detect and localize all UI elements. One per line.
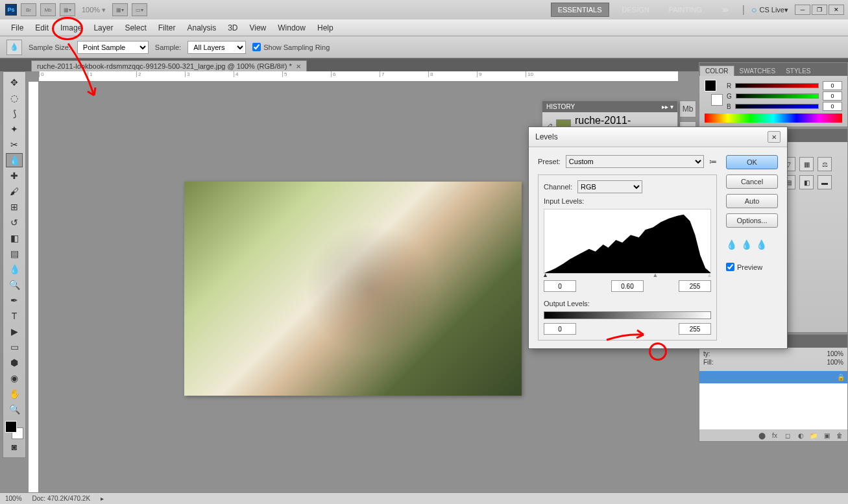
mask-icon[interactable]: ◻ bbox=[782, 431, 793, 440]
b-slider[interactable] bbox=[735, 104, 819, 109]
threshold-icon[interactable]: ◧ bbox=[799, 175, 814, 189]
status-zoom[interactable]: 100% bbox=[5, 495, 22, 502]
menu-edit[interactable]: Edit bbox=[29, 21, 55, 35]
history-panel-menu-icon[interactable]: ▸▸ ▾ bbox=[662, 103, 673, 110]
bg-swatch[interactable] bbox=[711, 94, 723, 106]
trash-icon[interactable]: 🗑 bbox=[834, 431, 845, 440]
fx-icon[interactable]: fx bbox=[769, 431, 780, 440]
layer-row-background[interactable]: 🔒 bbox=[699, 371, 847, 383]
dialog-close-icon[interactable]: ✕ bbox=[768, 131, 781, 143]
input-white[interactable] bbox=[679, 280, 711, 292]
colorbal-icon[interactable]: ⚖ bbox=[818, 157, 832, 171]
spectrum-picker[interactable] bbox=[705, 114, 842, 123]
white-slider[interactable]: ▲ bbox=[707, 272, 712, 278]
hand-tool[interactable]: ✋ bbox=[6, 387, 23, 401]
opacity-value[interactable]: 100% bbox=[827, 350, 843, 357]
menu-view[interactable]: View bbox=[243, 21, 272, 35]
black-slider[interactable]: ▲ bbox=[542, 272, 548, 278]
sample-select[interactable]: All Layers bbox=[188, 41, 246, 54]
status-arrow-icon[interactable]: ▸ bbox=[101, 495, 104, 502]
menu-window[interactable]: Window bbox=[272, 21, 311, 35]
document-canvas[interactable] bbox=[184, 182, 522, 396]
gamma-slider[interactable]: ▲ bbox=[652, 272, 658, 278]
r-slider[interactable] bbox=[735, 83, 819, 88]
move-tool[interactable]: ✥ bbox=[6, 75, 23, 90]
show-sampling-ring-checkbox[interactable]: Show Sampling Ring bbox=[252, 43, 330, 51]
g-slider[interactable] bbox=[736, 93, 819, 99]
dodge-tool[interactable]: 🔍 bbox=[6, 278, 23, 292]
preset-select[interactable]: Custom bbox=[566, 155, 704, 168]
white-eyedropper-icon[interactable]: 💧 bbox=[756, 239, 767, 250]
quick-mask-toggle[interactable]: ◙ bbox=[6, 440, 23, 454]
quick-select-tool[interactable]: ✦ bbox=[6, 122, 23, 136]
sample-size-select[interactable]: Point Sample bbox=[77, 41, 149, 54]
histogram[interactable]: ▲ ▲ ▲ bbox=[544, 209, 711, 274]
adj-icon[interactable]: ◐ bbox=[795, 431, 806, 440]
menu-layer[interactable]: Layer bbox=[88, 21, 119, 35]
status-doc-size[interactable]: Doc: 470.2K/470.2K bbox=[32, 495, 91, 502]
channel-select[interactable]: RGB bbox=[577, 180, 642, 193]
gray-eyedropper-icon[interactable]: 💧 bbox=[741, 239, 752, 250]
output-white[interactable] bbox=[679, 323, 711, 335]
healing-tool[interactable]: ✚ bbox=[6, 169, 23, 183]
options-button[interactable]: Options... bbox=[726, 213, 778, 228]
brush-tool[interactable]: 🖌 bbox=[6, 184, 23, 198]
3d-camera-tool[interactable]: ◉ bbox=[6, 371, 23, 385]
menu-file[interactable]: File bbox=[5, 21, 29, 35]
gradient-tool[interactable]: ▤ bbox=[6, 246, 23, 261]
swatches-tab[interactable]: SWATCHES bbox=[734, 66, 781, 76]
workspace-essentials[interactable]: ESSENTIALS bbox=[551, 3, 609, 17]
arrange-documents-button[interactable]: ▦▾ bbox=[112, 3, 128, 16]
output-gradient[interactable] bbox=[544, 311, 711, 319]
zoom-display[interactable]: 100% ▾ bbox=[82, 6, 106, 14]
minibridge-button[interactable]: Mb bbox=[40, 3, 56, 16]
r-input[interactable] bbox=[823, 81, 842, 90]
fg-swatch[interactable] bbox=[705, 80, 716, 91]
current-tool-icon[interactable]: 💧 bbox=[6, 40, 22, 55]
crop-tool[interactable]: ✂ bbox=[6, 138, 23, 152]
blur-tool[interactable]: 💧 bbox=[6, 262, 23, 276]
bridge-button[interactable]: Br bbox=[21, 3, 36, 16]
view-extras-button[interactable]: ▦▾ bbox=[60, 3, 75, 16]
close-button[interactable]: ✕ bbox=[829, 5, 844, 15]
pen-tool[interactable]: ✒ bbox=[6, 293, 23, 307]
hue-icon[interactable]: ▦ bbox=[799, 157, 814, 171]
3d-tool[interactable]: ⬢ bbox=[6, 355, 23, 370]
workspace-more[interactable]: ≫ bbox=[715, 3, 736, 17]
menu-filter[interactable]: Filter bbox=[152, 21, 182, 35]
document-tab[interactable]: ruche-2011-lookbook-rdsmmzqqc-99129-500-… bbox=[31, 60, 307, 71]
preview-checkbox[interactable]: Preview bbox=[726, 263, 778, 271]
g-input[interactable] bbox=[823, 91, 842, 101]
color-tab[interactable]: COLOR bbox=[699, 66, 734, 76]
input-black[interactable] bbox=[544, 280, 576, 292]
menu-select[interactable]: Select bbox=[119, 21, 152, 35]
auto-button[interactable]: Auto bbox=[726, 194, 778, 208]
output-black[interactable] bbox=[544, 323, 576, 335]
stamp-tool[interactable]: ⊞ bbox=[6, 200, 23, 214]
gradmap-icon[interactable]: ▬ bbox=[818, 175, 832, 189]
cs-live-button[interactable]: CS Live ▾ bbox=[751, 5, 788, 15]
close-tab-icon[interactable]: ✕ bbox=[296, 63, 301, 70]
workspace-design[interactable]: DESIGN bbox=[616, 3, 656, 16]
color-swatch[interactable] bbox=[5, 421, 23, 439]
styles-tab[interactable]: STYLES bbox=[781, 66, 816, 76]
eraser-tool[interactable]: ◧ bbox=[6, 231, 23, 245]
menu-3d[interactable]: 3D bbox=[222, 21, 243, 35]
marquee-tool[interactable]: ◌ bbox=[6, 91, 23, 105]
menu-analysis[interactable]: Analysis bbox=[181, 21, 222, 35]
cancel-button[interactable]: Cancel bbox=[726, 174, 778, 189]
zoom-tool[interactable]: 🔍 bbox=[6, 402, 23, 416]
minibridge-icon[interactable]: Mb bbox=[679, 101, 696, 117]
link-icon[interactable]: ⬤ bbox=[757, 431, 767, 440]
path-select-tool[interactable]: ▶ bbox=[6, 324, 23, 339]
workspace-painting[interactable]: PAINTING bbox=[662, 3, 709, 16]
shape-tool[interactable]: ▭ bbox=[6, 340, 23, 354]
b-input[interactable] bbox=[823, 102, 842, 111]
maximize-button[interactable]: ❐ bbox=[812, 5, 827, 15]
menu-help[interactable]: Help bbox=[311, 21, 339, 35]
history-brush-tool[interactable]: ↺ bbox=[6, 215, 23, 230]
eyedropper-tool[interactable]: 💧 bbox=[6, 153, 23, 167]
type-tool[interactable]: T bbox=[6, 309, 23, 323]
fill-value[interactable]: 100% bbox=[827, 359, 843, 366]
minimize-button[interactable]: ─ bbox=[795, 5, 810, 15]
